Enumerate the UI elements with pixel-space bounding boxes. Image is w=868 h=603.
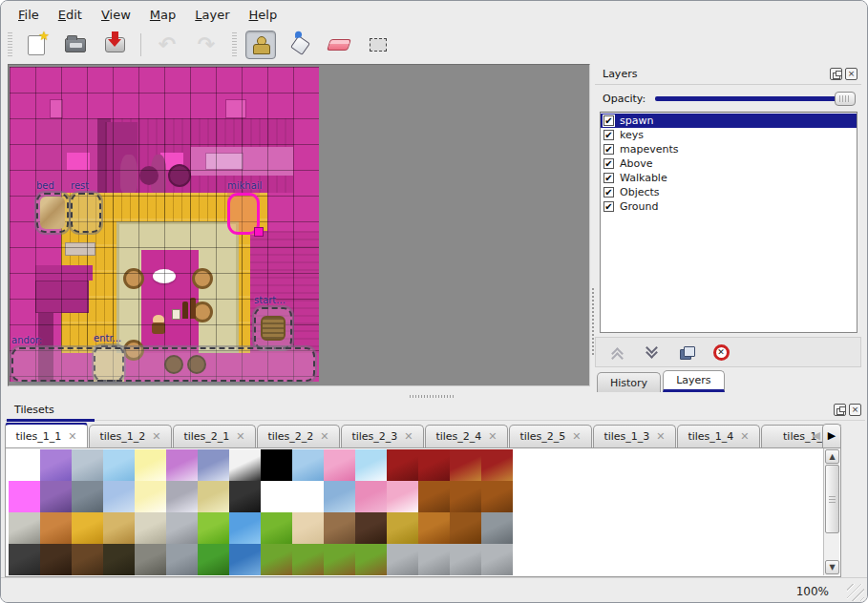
scroll-down-icon[interactable]: ▼	[825, 560, 839, 574]
close-tab-icon[interactable]: ✕	[572, 430, 581, 443]
close-panel-icon[interactable]: ×	[849, 404, 861, 416]
tile-2-14[interactable]	[450, 512, 481, 544]
tile-1-4[interactable]	[135, 481, 166, 512]
toolbar-drag-handle[interactable]	[7, 32, 13, 57]
tile-3-1[interactable]	[40, 544, 72, 575]
tile-3-14[interactable]	[450, 544, 481, 575]
tile-0-15[interactable]	[481, 449, 513, 481]
map-canvas[interactable]: bedrestmikhailstart...entr...andor:	[10, 67, 319, 382]
tile-3-3[interactable]	[103, 544, 135, 575]
tab-layers[interactable]: Layers	[663, 370, 724, 392]
tile-2-3[interactable]	[103, 512, 135, 544]
horizontal-splitter[interactable]	[1, 392, 867, 400]
tile-2-15[interactable]	[481, 512, 513, 544]
layer-row-spawn[interactable]: ✔spawn	[601, 114, 857, 128]
move-layer-down-button[interactable]	[642, 342, 663, 363]
tile-0-10[interactable]	[324, 449, 355, 481]
toolbar-drag-handle[interactable]	[231, 32, 238, 57]
layer-row-mapevents[interactable]: ✔mapevents	[601, 142, 857, 156]
tileset-tab-tiles_2_5[interactable]: tiles_2_5✕	[509, 425, 592, 447]
tile-1-5[interactable]	[166, 481, 198, 512]
save-button[interactable]	[99, 31, 130, 59]
layer-row-Walkable[interactable]: ✔Walkable	[601, 171, 857, 185]
new-file-button[interactable]	[21, 31, 52, 59]
tileset-tab-tiles_2_1[interactable]: tiles_2_1✕	[173, 425, 256, 447]
tile-0-5[interactable]	[166, 449, 198, 481]
resize-handle[interactable]	[254, 227, 264, 237]
tile-2-12[interactable]	[387, 512, 418, 544]
opacity-slider[interactable]	[655, 91, 856, 106]
tile-3-13[interactable]	[418, 544, 450, 575]
tile-3-11[interactable]	[355, 544, 387, 575]
float-panel-icon[interactable]	[830, 68, 842, 80]
tile-0-7[interactable]	[229, 449, 261, 481]
layer-row-Above[interactable]: ✔Above	[601, 156, 857, 171]
rect-select-button[interactable]	[363, 31, 393, 59]
tile-1-9[interactable]	[292, 481, 324, 512]
tile-3-12[interactable]	[387, 544, 418, 575]
tile-3-5[interactable]	[166, 544, 198, 575]
tileset-tab-tiles_1_4[interactable]: tiles_1_4✕	[677, 425, 760, 447]
close-panel-icon[interactable]: ×	[845, 68, 857, 80]
tab-history[interactable]: History	[597, 372, 661, 392]
tile-2-5[interactable]	[166, 512, 198, 544]
close-tab-icon[interactable]: ✕	[404, 430, 413, 443]
resize-grip[interactable]	[847, 584, 864, 601]
tile-2-4[interactable]	[135, 512, 166, 544]
undo-button[interactable]: ↶	[152, 31, 182, 59]
tile-3-15[interactable]	[481, 544, 513, 575]
scrollbar-thumb[interactable]	[825, 465, 839, 533]
tile-1-11[interactable]	[355, 481, 387, 512]
tile-2-1[interactable]	[40, 512, 72, 544]
opacity-slider-thumb[interactable]	[835, 92, 856, 106]
fill-bucket-button[interactable]	[285, 31, 315, 59]
close-tab-icon[interactable]: ✕	[152, 430, 160, 443]
layer-visibility-checkbox[interactable]: ✔	[603, 144, 614, 155]
tileset-tab-tiles_1_3[interactable]: tiles_1_3✕	[593, 425, 676, 447]
tile-1-2[interactable]	[72, 481, 103, 512]
tile-0-2[interactable]	[72, 449, 103, 481]
tile-1-0[interactable]	[9, 481, 40, 512]
tile-3-0[interactable]	[9, 544, 40, 575]
menu-map[interactable]: Map	[140, 5, 185, 25]
tile-0-13[interactable]	[418, 449, 450, 481]
tile-0-14[interactable]	[450, 449, 481, 481]
tileset-tab-tiles_2_4[interactable]: tiles_2_4✕	[425, 425, 508, 447]
menu-view[interactable]: View	[92, 5, 140, 25]
tile-0-8[interactable]	[261, 449, 292, 481]
tile-0-9[interactable]	[292, 449, 324, 481]
close-tab-icon[interactable]: ✕	[656, 430, 665, 443]
tileset-tab-tiles_2_2[interactable]: tiles_2_2✕	[257, 425, 340, 447]
tileset-tab-tiles_1_1[interactable]: tiles_1_1✕	[5, 423, 88, 447]
tile-3-10[interactable]	[324, 544, 355, 575]
tile-2-2[interactable]	[72, 512, 103, 544]
tile-0-4[interactable]	[135, 449, 166, 481]
map-object-rest[interactable]	[71, 193, 101, 233]
map-object-andor[interactable]	[11, 347, 315, 382]
tile-2-11[interactable]	[355, 512, 387, 544]
tileset-scrollbar[interactable]: ▲ ▼	[823, 448, 839, 575]
close-tab-icon[interactable]: ✕	[236, 430, 244, 443]
tile-1-6[interactable]	[198, 481, 229, 512]
tile-3-9[interactable]	[292, 544, 324, 575]
duplicate-layer-button[interactable]	[676, 342, 697, 363]
tile-1-14[interactable]	[450, 481, 481, 512]
tile-0-12[interactable]	[387, 449, 418, 481]
layer-visibility-checkbox[interactable]: ✔	[603, 158, 614, 169]
tile-3-4[interactable]	[135, 544, 166, 575]
scroll-tabs-left-icon[interactable]: ◀	[813, 430, 820, 441]
layer-row-Ground[interactable]: ✔Ground	[601, 199, 857, 214]
redo-button[interactable]: ↷	[191, 31, 222, 59]
tile-1-3[interactable]	[103, 481, 135, 512]
layer-visibility-checkbox[interactable]: ✔	[603, 130, 614, 140]
tile-0-6[interactable]	[198, 449, 229, 481]
tile-0-3[interactable]	[103, 449, 135, 481]
tile-1-7[interactable]	[229, 481, 261, 512]
tile-1-8[interactable]	[261, 481, 292, 512]
layer-row-keys[interactable]: ✔keys	[601, 128, 857, 142]
tile-1-13[interactable]	[418, 481, 450, 512]
close-tab-icon[interactable]: ✕	[488, 430, 497, 443]
menu-file[interactable]: File	[9, 5, 49, 25]
tile-3-2[interactable]	[72, 544, 103, 575]
scroll-up-icon[interactable]: ▲	[825, 449, 839, 464]
